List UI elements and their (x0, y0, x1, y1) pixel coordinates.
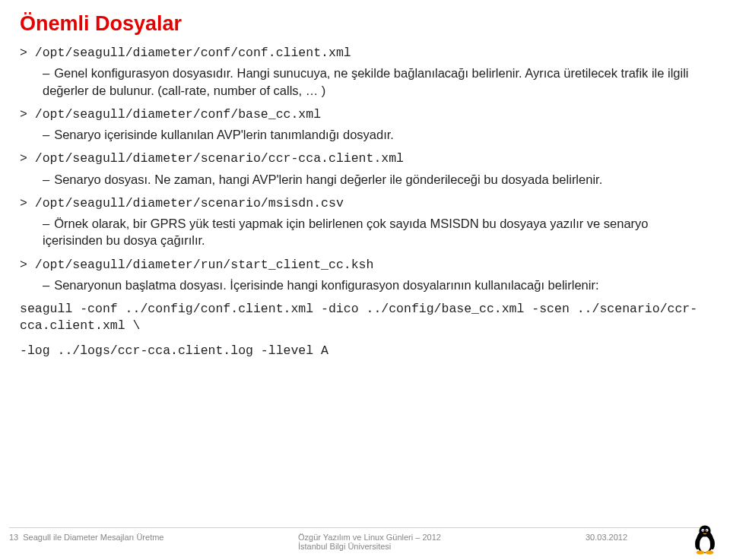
footer: 13 Seagull ile Diameter Mesajları Üretme… (0, 527, 730, 560)
footer-event-title: Özgür Yazılım ve Linux Günleri – 2012 (298, 533, 572, 542)
file-path-4: > /opt/seagull/diameter/run/start_client… (20, 257, 710, 274)
file-desc-text: Örnek olarak, bir GPRS yük testi yapmak … (43, 217, 649, 247)
content-body: > /opt/seagull/diameter/conf/conf.client… (20, 45, 710, 359)
file-path-1: > /opt/seagull/diameter/conf/base_cc.xml (20, 106, 710, 123)
svg-point-7 (697, 550, 705, 554)
svg-point-6 (706, 530, 708, 531)
command-line-1: seagull -conf ../config/conf.client.xml … (20, 301, 710, 335)
file-desc-text: Senaryo dosyası. Ne zaman, hangi AVP'ler… (54, 172, 602, 186)
file-path-0: > /opt/seagull/diameter/conf/conf.client… (20, 45, 710, 62)
file-desc-3: –Örnek olarak, bir GPRS yük testi yapmak… (43, 215, 710, 249)
page-number: 13 (9, 533, 18, 542)
svg-point-5 (703, 530, 704, 531)
footer-left-title: Seagull ile Diameter Mesajları Üretme (23, 533, 163, 542)
file-path-text: /opt/seagull/diameter/scenario/ccr-cca.c… (35, 151, 404, 166)
file-desc-4: –Senaryonun başlatma dosyası. İçerisinde… (43, 277, 710, 293)
svg-point-2 (699, 525, 710, 536)
page-title: Önemli Dosyalar (20, 12, 710, 36)
svg-point-9 (695, 538, 700, 549)
svg-point-8 (706, 550, 714, 554)
file-path-text: /opt/seagull/diameter/run/start_client_c… (35, 258, 374, 272)
footer-date: 30.03.2012 (586, 533, 627, 542)
file-path-3: > /opt/seagull/diameter/scenario/msisdn.… (20, 195, 710, 212)
file-path-2: > /opt/seagull/diameter/scenario/ccr-cca… (20, 150, 710, 167)
file-desc-text: Genel konfigurasyon dosyasıdır. Hangi su… (43, 66, 689, 96)
svg-point-10 (710, 538, 715, 549)
tux-icon (690, 524, 719, 555)
file-path-text: /opt/seagull/diameter/conf/base_cc.xml (35, 107, 321, 122)
file-desc-2: –Senaryo dosyası. Ne zaman, hangi AVP'le… (43, 171, 710, 188)
file-desc-text: Senaryonun başlatma dosyası. İçerisinde … (54, 278, 598, 292)
svg-point-1 (700, 536, 710, 552)
file-path-text: /opt/seagull/diameter/scenario/msisdn.cs… (35, 196, 344, 210)
file-desc-text: Senaryo içerisinde kullanılan AVP'lerin … (54, 128, 394, 141)
file-desc-0: –Genel konfigurasyon dosyasıdır. Hangi s… (43, 65, 710, 99)
file-desc-1: –Senaryo içerisinde kullanılan AVP'lerin… (43, 126, 710, 143)
footer-separator (9, 527, 710, 528)
file-path-text: /opt/seagull/diameter/conf/conf.client.x… (35, 46, 351, 60)
footer-event-subtitle: İstanbul Bilgi Üniversitesi (298, 542, 572, 551)
command-line-2: -log ../logs/ccr-cca.client.log -llevel … (20, 343, 710, 359)
